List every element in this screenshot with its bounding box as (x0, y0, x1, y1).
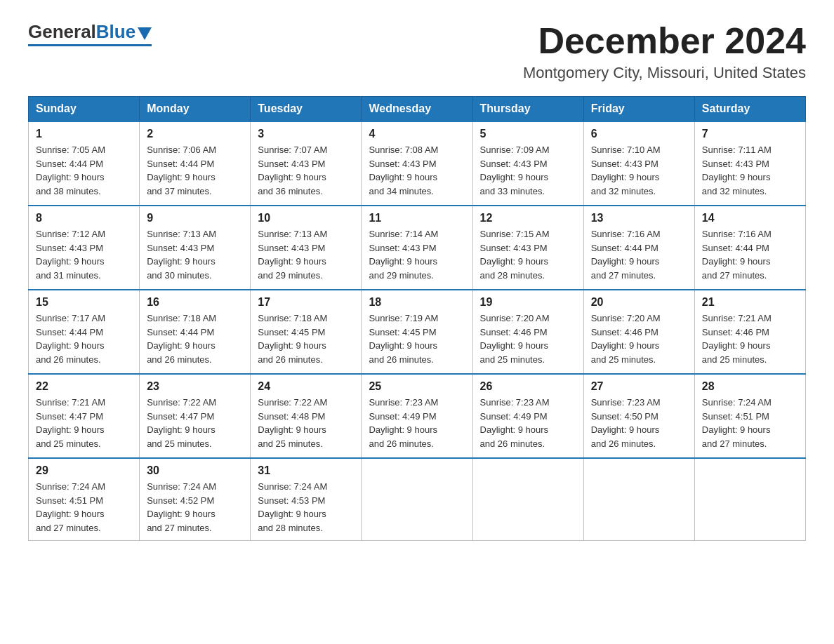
day-number: 21 (702, 296, 798, 309)
header-cell-sunday: Sunday (29, 97, 140, 122)
header-cell-wednesday: Wednesday (362, 97, 472, 122)
calendar-cell: 29Sunrise: 7:24 AMSunset: 4:51 PMDayligh… (29, 458, 140, 541)
day-number: 10 (258, 212, 354, 224)
calendar-cell: 21Sunrise: 7:21 AMSunset: 4:46 PMDayligh… (694, 290, 805, 374)
day-number: 12 (480, 212, 576, 224)
day-number: 17 (258, 296, 354, 309)
day-info: Sunrise: 7:23 AMSunset: 4:49 PMDaylight:… (480, 396, 576, 450)
header-row: SundayMondayTuesdayWednesdayThursdayFrid… (29, 97, 806, 122)
day-number: 24 (258, 380, 354, 393)
day-number: 3 (258, 128, 354, 140)
day-info: Sunrise: 7:13 AMSunset: 4:43 PMDaylight:… (147, 227, 243, 282)
day-info: Sunrise: 7:22 AMSunset: 4:48 PMDaylight:… (258, 396, 354, 450)
calendar-cell: 4Sunrise: 7:08 AMSunset: 4:43 PMDaylight… (362, 121, 472, 206)
calendar-cell: 2Sunrise: 7:06 AMSunset: 4:44 PMDaylight… (140, 121, 251, 206)
week-row-3: 15Sunrise: 7:17 AMSunset: 4:44 PMDayligh… (29, 290, 806, 374)
calendar-cell: 10Sunrise: 7:13 AMSunset: 4:43 PMDayligh… (251, 206, 362, 290)
calendar-cell: 20Sunrise: 7:20 AMSunset: 4:46 PMDayligh… (583, 290, 694, 374)
calendar-body: 1Sunrise: 7:05 AMSunset: 4:44 PMDaylight… (29, 121, 806, 541)
calendar-cell: 11Sunrise: 7:14 AMSunset: 4:43 PMDayligh… (362, 206, 472, 290)
day-number: 27 (591, 380, 687, 393)
day-number: 28 (702, 380, 798, 393)
calendar-cell: 9Sunrise: 7:13 AMSunset: 4:43 PMDaylight… (140, 206, 251, 290)
day-info: Sunrise: 7:18 AMSunset: 4:44 PMDaylight:… (147, 311, 243, 366)
day-number: 6 (591, 128, 687, 140)
header-cell-thursday: Thursday (472, 97, 583, 122)
calendar-cell: 25Sunrise: 7:23 AMSunset: 4:49 PMDayligh… (362, 374, 472, 458)
day-info: Sunrise: 7:16 AMSunset: 4:44 PMDaylight:… (591, 227, 687, 282)
day-info: Sunrise: 7:05 AMSunset: 4:44 PMDaylight:… (36, 143, 132, 198)
header-cell-saturday: Saturday (694, 97, 805, 122)
day-info: Sunrise: 7:08 AMSunset: 4:43 PMDaylight:… (369, 143, 465, 198)
day-number: 4 (369, 128, 465, 140)
day-info: Sunrise: 7:23 AMSunset: 4:50 PMDaylight:… (591, 396, 687, 450)
calendar-cell: 13Sunrise: 7:16 AMSunset: 4:44 PMDayligh… (583, 206, 694, 290)
day-info: Sunrise: 7:06 AMSunset: 4:44 PMDaylight:… (147, 143, 243, 198)
day-number: 23 (147, 380, 243, 393)
logo-triangle-icon (138, 27, 152, 40)
calendar-cell: 3Sunrise: 7:07 AMSunset: 4:43 PMDaylight… (251, 121, 362, 206)
day-info: Sunrise: 7:21 AMSunset: 4:46 PMDaylight:… (702, 311, 798, 366)
day-info: Sunrise: 7:22 AMSunset: 4:47 PMDaylight:… (147, 396, 243, 450)
day-info: Sunrise: 7:13 AMSunset: 4:43 PMDaylight:… (258, 227, 354, 282)
calendar-cell: 6Sunrise: 7:10 AMSunset: 4:43 PMDaylight… (583, 121, 694, 206)
day-info: Sunrise: 7:24 AMSunset: 4:51 PMDaylight:… (702, 396, 798, 450)
logo: General Blue (28, 21, 152, 46)
calendar-cell: 30Sunrise: 7:24 AMSunset: 4:52 PMDayligh… (140, 458, 251, 541)
day-info: Sunrise: 7:24 AMSunset: 4:51 PMDaylight:… (36, 480, 132, 535)
header-cell-monday: Monday (140, 97, 251, 122)
week-row-2: 8Sunrise: 7:12 AMSunset: 4:43 PMDaylight… (29, 206, 806, 290)
day-number: 9 (147, 212, 243, 224)
header: General Blue December 2024 Montgomery Ci… (28, 21, 806, 82)
day-number: 22 (36, 380, 132, 393)
day-number: 20 (591, 296, 687, 309)
day-info: Sunrise: 7:17 AMSunset: 4:44 PMDaylight:… (36, 311, 132, 366)
calendar-cell: 17Sunrise: 7:18 AMSunset: 4:45 PMDayligh… (251, 290, 362, 374)
day-number: 25 (369, 380, 465, 393)
calendar-header: SundayMondayTuesdayWednesdayThursdayFrid… (29, 97, 806, 122)
day-number: 30 (147, 464, 243, 477)
day-number: 5 (480, 128, 576, 140)
day-info: Sunrise: 7:24 AMSunset: 4:52 PMDaylight:… (147, 480, 243, 535)
calendar-cell: 24Sunrise: 7:22 AMSunset: 4:48 PMDayligh… (251, 374, 362, 458)
day-number: 7 (702, 128, 798, 140)
day-info: Sunrise: 7:24 AMSunset: 4:53 PMDaylight:… (258, 480, 354, 535)
day-info: Sunrise: 7:19 AMSunset: 4:45 PMDaylight:… (369, 311, 465, 366)
calendar-cell: 26Sunrise: 7:23 AMSunset: 4:49 PMDayligh… (472, 374, 583, 458)
calendar-table: SundayMondayTuesdayWednesdayThursdayFrid… (28, 96, 806, 541)
calendar-cell (362, 458, 472, 541)
calendar-cell: 8Sunrise: 7:12 AMSunset: 4:43 PMDaylight… (29, 206, 140, 290)
day-info: Sunrise: 7:21 AMSunset: 4:47 PMDaylight:… (36, 396, 132, 450)
day-info: Sunrise: 7:09 AMSunset: 4:43 PMDaylight:… (480, 143, 576, 198)
calendar-cell: 22Sunrise: 7:21 AMSunset: 4:47 PMDayligh… (29, 374, 140, 458)
day-number: 14 (702, 212, 798, 224)
day-number: 16 (147, 296, 243, 309)
calendar-cell: 18Sunrise: 7:19 AMSunset: 4:45 PMDayligh… (362, 290, 472, 374)
week-row-4: 22Sunrise: 7:21 AMSunset: 4:47 PMDayligh… (29, 374, 806, 458)
day-number: 8 (36, 212, 132, 224)
calendar-cell: 16Sunrise: 7:18 AMSunset: 4:44 PMDayligh… (140, 290, 251, 374)
day-number: 13 (591, 212, 687, 224)
day-info: Sunrise: 7:23 AMSunset: 4:49 PMDaylight:… (369, 396, 465, 450)
calendar-cell: 27Sunrise: 7:23 AMSunset: 4:50 PMDayligh… (583, 374, 694, 458)
day-number: 31 (258, 464, 354, 477)
day-info: Sunrise: 7:11 AMSunset: 4:43 PMDaylight:… (702, 143, 798, 198)
calendar-cell (472, 458, 583, 541)
logo-general-text: General (28, 21, 96, 43)
calendar-cell: 1Sunrise: 7:05 AMSunset: 4:44 PMDaylight… (29, 121, 140, 206)
calendar-cell: 12Sunrise: 7:15 AMSunset: 4:43 PMDayligh… (472, 206, 583, 290)
day-info: Sunrise: 7:20 AMSunset: 4:46 PMDaylight:… (480, 311, 576, 366)
location-title: Montgomery City, Missouri, United States (523, 64, 806, 82)
calendar-cell (694, 458, 805, 541)
month-title: December 2024 (523, 21, 806, 61)
day-info: Sunrise: 7:20 AMSunset: 4:46 PMDaylight:… (591, 311, 687, 366)
calendar-cell: 31Sunrise: 7:24 AMSunset: 4:53 PMDayligh… (251, 458, 362, 541)
calendar-cell: 7Sunrise: 7:11 AMSunset: 4:43 PMDaylight… (694, 121, 805, 206)
day-number: 1 (36, 128, 132, 140)
calendar-cell: 28Sunrise: 7:24 AMSunset: 4:51 PMDayligh… (694, 374, 805, 458)
day-number: 15 (36, 296, 132, 309)
header-cell-tuesday: Tuesday (251, 97, 362, 122)
day-info: Sunrise: 7:15 AMSunset: 4:43 PMDaylight:… (480, 227, 576, 282)
day-info: Sunrise: 7:12 AMSunset: 4:43 PMDaylight:… (36, 227, 132, 282)
calendar-cell: 15Sunrise: 7:17 AMSunset: 4:44 PMDayligh… (29, 290, 140, 374)
